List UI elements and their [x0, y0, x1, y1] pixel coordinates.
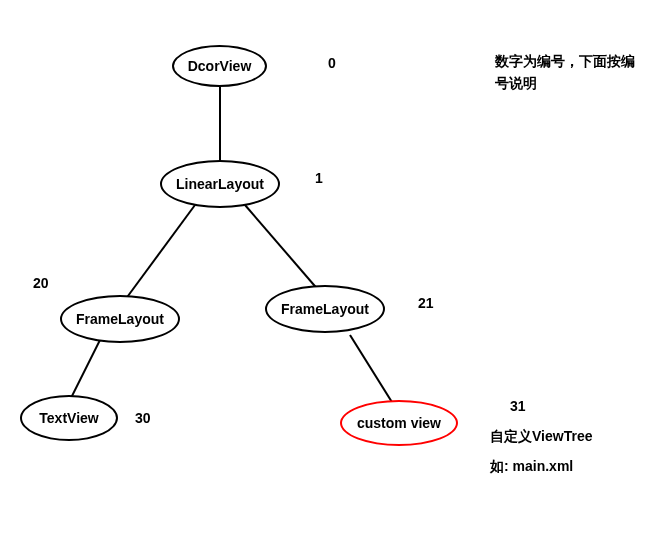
node-linearlayout: LinearLayout: [160, 160, 280, 208]
svg-line-4: [350, 335, 395, 407]
node-framelayout-left: FrameLayout: [60, 295, 180, 343]
svg-line-3: [70, 340, 100, 400]
node-textview-label: TextView: [39, 410, 98, 426]
num-customview: 31: [510, 398, 526, 414]
num-decorview: 0: [328, 55, 336, 71]
node-decorview-label: DcorView: [188, 58, 252, 74]
node-customview: custom view: [340, 400, 458, 446]
num-framelayout-right: 21: [418, 295, 434, 311]
node-linearlayout-label: LinearLayout: [176, 176, 264, 192]
node-textview: TextView: [20, 395, 118, 441]
node-framelayout-right: FrameLayout: [265, 285, 385, 333]
node-framelayout-right-label: FrameLayout: [281, 301, 369, 317]
note-custom-1: 自定义ViewTree: [490, 425, 592, 447]
num-framelayout-left: 20: [33, 275, 49, 291]
node-customview-label: custom view: [357, 415, 441, 431]
note-top: 数字为编号，下面按编号说明: [495, 50, 635, 95]
node-decorview: DcorView: [172, 45, 267, 87]
note-custom-2: 如: main.xml: [490, 455, 573, 477]
node-framelayout-left-label: FrameLayout: [76, 311, 164, 327]
svg-line-1: [125, 205, 195, 300]
num-linearlayout: 1: [315, 170, 323, 186]
num-textview: 30: [135, 410, 151, 426]
svg-line-2: [245, 205, 320, 292]
